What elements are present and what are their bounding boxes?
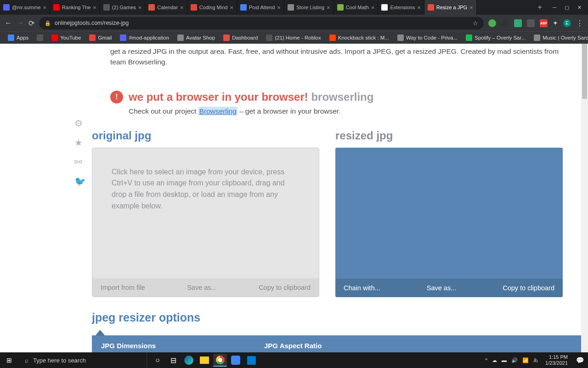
save-as-button[interactable]: Save as... [187, 284, 216, 291]
battery-icon[interactable]: ▬ [502, 357, 507, 363]
ext-icon[interactable] [488, 19, 496, 27]
bookmark-label: Apps [17, 35, 28, 40]
taskbar-search[interactable]: ⌕ Type here to search [18, 352, 147, 368]
maximize-button[interactable]: ▢ [565, 5, 569, 11]
browser-tab[interactable]: Extensions× [378, 0, 424, 15]
tray-chevron-icon[interactable]: ^ [485, 357, 487, 363]
bookmark-favicon [51, 34, 58, 41]
abp-icon[interactable]: ABP [540, 19, 548, 27]
onedrive-icon[interactable]: ☁ [492, 357, 497, 363]
browser-tab[interactable]: Ranking The× [50, 0, 100, 15]
tab-title: @mr.summe [12, 5, 41, 10]
tab-favicon [428, 4, 434, 11]
gear-icon[interactable]: ⚙ [74, 118, 86, 129]
url-text: onlinejpgtools.com/resize-jpg [55, 20, 129, 26]
forward-button[interactable]: → [17, 19, 24, 27]
ext-icon[interactable] [514, 19, 522, 27]
save-as-button[interactable]: Save as... [427, 284, 456, 292]
tab-title: Extensions [390, 5, 415, 10]
tab-favicon [381, 4, 388, 11]
browser-tab[interactable]: Coding Mind× [187, 0, 237, 15]
file-drop-zone[interactable]: Click here to select an image from your … [92, 148, 319, 278]
bookmark-favicon [8, 34, 14, 41]
bookmark-item[interactable]: Dashboard [220, 33, 261, 42]
tab-close-icon[interactable]: × [277, 4, 281, 11]
tab-close-icon[interactable]: × [327, 4, 330, 11]
explorer-icon[interactable] [198, 354, 211, 367]
bookmark-label: Way to Code - Priva... [406, 35, 458, 40]
scrollbar[interactable] [581, 44, 588, 352]
browser-tab[interactable]: Resize a JPG× [424, 0, 477, 15]
language-icon[interactable]: あ [533, 357, 538, 363]
tab-favicon [337, 4, 344, 11]
link-icon[interactable]: ⚯ [74, 156, 86, 167]
copy-clipboard-button[interactable]: Copy to clipboard [503, 284, 554, 292]
bookmark-item[interactable]: #mod-application [117, 33, 172, 42]
tab-close-icon[interactable]: × [371, 4, 375, 11]
reload-button[interactable]: ⟳ [28, 19, 34, 28]
bookmark-item[interactable]: Avatar Shop [174, 33, 218, 42]
cortana-icon[interactable]: ○ [151, 354, 164, 367]
chain-button[interactable]: Chain with... [344, 284, 380, 292]
copy-clipboard-button[interactable]: Copy to clipboard [259, 284, 311, 291]
tab-close-icon[interactable]: × [138, 4, 142, 11]
tab-close-icon[interactable]: × [180, 4, 184, 11]
lock-icon: 🔒 [45, 20, 51, 26]
tab-favicon [148, 4, 155, 11]
browserling-link[interactable]: Browserling [198, 107, 237, 115]
volume-icon[interactable]: 🔊 [511, 357, 518, 363]
tab-favicon [3, 4, 10, 11]
bookmark-favicon [37, 34, 43, 41]
tab-title: Store Listing [296, 5, 324, 10]
star-icon[interactable]: ☆ [473, 20, 478, 27]
bookmark-item[interactable]: Way to Code - Priva... [394, 33, 461, 42]
search-icon: ⌕ [25, 357, 28, 364]
bookmark-favicon [266, 34, 272, 41]
banner-description: Check out our project Browserling – get … [92, 104, 581, 115]
browser-tab[interactable]: @mr.summe× [0, 0, 50, 15]
profile-avatar[interactable]: E [563, 19, 571, 27]
extensions-icon[interactable]: ✦ [553, 19, 558, 27]
back-button[interactable]: ← [5, 19, 12, 27]
chrome-icon[interactable] [213, 354, 227, 367]
browser-tab[interactable]: Calendar× [145, 0, 187, 15]
browser-tab[interactable]: Store Listing× [284, 0, 334, 15]
twitter-icon[interactable]: 🐦 [74, 176, 86, 187]
ext-icon[interactable] [527, 19, 535, 27]
browser-tab[interactable]: Cool Math× [334, 0, 379, 15]
bookmark-item[interactable]: Music | Overly Sarc... [531, 33, 588, 42]
bookmark-item[interactable]: Apps [5, 33, 32, 42]
clock[interactable]: 1:15 PM 1/23/2021 [543, 354, 571, 366]
bookmark-item[interactable]: YouTube [48, 33, 84, 42]
browser-tab[interactable]: (2) Games× [100, 0, 146, 15]
wifi-icon[interactable]: 📶 [522, 357, 529, 363]
tab-close-icon[interactable]: × [230, 4, 233, 11]
task-view-icon[interactable]: ⊟ [166, 354, 180, 367]
notifications-icon[interactable]: 💬 [575, 356, 584, 364]
bookmark-item[interactable]: (21) Home - Roblox [263, 33, 324, 42]
bookmark-item[interactable]: Knockback stick : M... [326, 33, 392, 42]
bookmark-item[interactable]: Spotify – Overly Sar... [463, 33, 529, 42]
browser-tab[interactable]: Post Attend× [237, 0, 284, 15]
minimize-button[interactable]: ─ [553, 5, 556, 11]
close-window-button[interactable]: ✕ [577, 5, 582, 11]
tab-close-icon[interactable]: × [469, 4, 473, 11]
edge-icon[interactable] [182, 354, 196, 367]
resized-heading: resized jpg [335, 129, 563, 142]
zoom-icon[interactable] [229, 354, 243, 367]
vscode-icon[interactable] [244, 354, 258, 367]
new-tab-button[interactable]: + [533, 3, 546, 12]
tab-close-icon[interactable]: × [43, 4, 47, 11]
bookmark-item[interactable] [34, 33, 46, 42]
tab-close-icon[interactable]: × [417, 4, 421, 11]
start-button[interactable]: ⊞ [0, 356, 18, 364]
ext-icon[interactable] [501, 19, 509, 27]
tab-close-icon[interactable]: × [93, 4, 96, 11]
address-bar[interactable]: 🔒 onlinejpgtools.com/resize-jpg ☆ [39, 17, 484, 29]
bookmark-item[interactable]: Gmail [86, 33, 115, 42]
tab-favicon [103, 4, 110, 11]
star-icon[interactable]: ★ [74, 137, 86, 148]
bookmark-label: Gmail [98, 35, 112, 40]
import-button[interactable]: Import from file [101, 284, 145, 291]
menu-button[interactable]: ⋮ [576, 19, 583, 28]
